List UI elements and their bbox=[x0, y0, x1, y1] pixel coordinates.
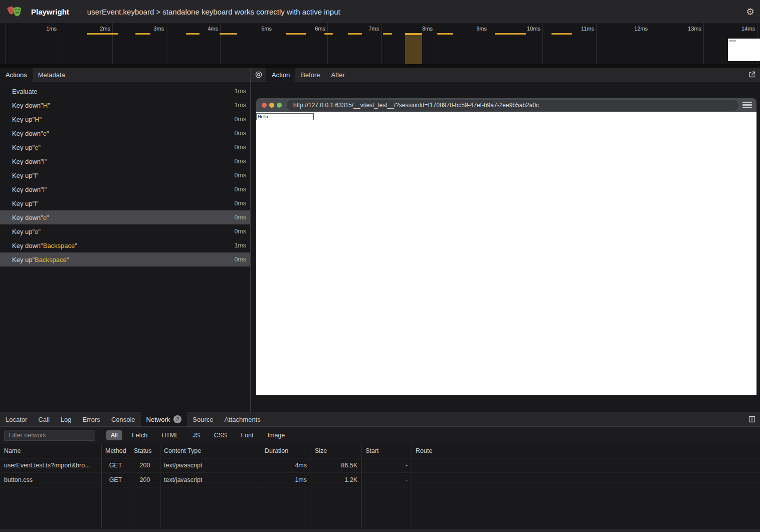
action-duration: 0ms bbox=[234, 200, 246, 207]
tab-after[interactable]: After bbox=[325, 68, 350, 82]
timeline-gridline bbox=[542, 23, 543, 64]
bottom-tab[interactable]: Locator bbox=[0, 412, 33, 426]
timeline-gridline bbox=[435, 23, 435, 64]
action-row[interactable]: Key down "l" 0ms bbox=[0, 182, 250, 196]
bottom-tab[interactable]: Network 2 bbox=[141, 412, 187, 426]
column-header: Content Type bbox=[160, 447, 261, 454]
timeline-action-mark[interactable] bbox=[286, 33, 306, 35]
action-row[interactable]: Key down "Backspace" 1ms bbox=[0, 238, 250, 252]
action-title: Key down bbox=[12, 186, 41, 193]
column-header: Start bbox=[361, 447, 412, 454]
settings-gear-icon[interactable]: ⚙ bbox=[746, 7, 754, 17]
bottom-tab[interactable]: Console bbox=[106, 412, 141, 426]
timeline-action-mark[interactable] bbox=[135, 33, 150, 35]
column-header: Method bbox=[101, 447, 130, 454]
tab-count-badge: 2 bbox=[173, 415, 181, 423]
bottom-tab-label: Errors bbox=[82, 416, 100, 423]
timeline-action-mark[interactable] bbox=[186, 33, 200, 35]
timeline-action-mark[interactable] bbox=[495, 33, 526, 35]
timeline-gridline bbox=[166, 23, 166, 64]
action-duration: 1ms bbox=[234, 242, 246, 249]
resource-filter-chip[interactable]: Font bbox=[237, 430, 258, 440]
action-title: Key down bbox=[12, 102, 41, 109]
bottom-tab-label: Console bbox=[111, 416, 135, 423]
action-key-value: Backspace bbox=[43, 242, 75, 249]
resource-type-filters: All Fetch HTML JS CSS Font Image bbox=[106, 430, 294, 440]
tab-metadata[interactable]: Metadata bbox=[33, 68, 71, 82]
action-title: Key down bbox=[12, 214, 41, 221]
quote: " bbox=[45, 186, 47, 193]
action-title: Key down bbox=[12, 130, 41, 137]
timeline-action-mark[interactable] bbox=[437, 33, 453, 35]
resource-filter-chip[interactable]: HTML bbox=[157, 430, 183, 440]
resource-filter-chip[interactable]: CSS bbox=[210, 430, 232, 440]
action-row[interactable]: Evaluate 1ms bbox=[0, 84, 250, 98]
timeline-gridline bbox=[274, 23, 274, 64]
action-duration: 0ms bbox=[234, 256, 246, 263]
action-row[interactable]: Key up "l" 0ms bbox=[0, 196, 250, 210]
action-row[interactable]: Key up "l" 0ms bbox=[0, 168, 250, 182]
actions-panel: Actions Metadata Evaluate 1ms Key down "… bbox=[0, 68, 251, 412]
action-title: Key up bbox=[12, 256, 32, 263]
bottom-tab-label: Attachments bbox=[224, 416, 260, 423]
action-row[interactable]: Key up "e" 0ms bbox=[0, 140, 250, 154]
bottom-tab[interactable]: Log bbox=[55, 412, 77, 426]
bottom-tab-label: Log bbox=[61, 416, 72, 423]
timeline-action-mark[interactable] bbox=[383, 33, 392, 35]
action-title: Key down bbox=[12, 242, 41, 249]
action-row[interactable]: Key down "H" 1ms bbox=[0, 98, 250, 112]
snapshot-page bbox=[256, 112, 756, 395]
tab-action[interactable]: Action bbox=[266, 68, 295, 82]
action-key-value: Backspace bbox=[35, 256, 67, 263]
tab-before[interactable]: Before bbox=[295, 68, 325, 82]
pick-locator-target-icon[interactable] bbox=[251, 68, 266, 82]
action-row[interactable]: Key down "e" 0ms bbox=[0, 126, 250, 140]
timeline-action-mark[interactable] bbox=[348, 33, 362, 35]
timeline-sash[interactable] bbox=[0, 64, 760, 68]
action-row[interactable]: Key up "o" 0ms bbox=[0, 224, 250, 238]
snapshot-text-input[interactable] bbox=[256, 113, 314, 120]
bottom-tab-label: Network bbox=[146, 416, 170, 423]
timeline-filmstrip-thumbnail[interactable] bbox=[728, 39, 760, 61]
action-duration: 0ms bbox=[234, 214, 246, 221]
tab-actions-label: Actions bbox=[6, 71, 27, 79]
resource-filter-chip[interactable]: Fetch bbox=[127, 430, 152, 440]
filter-network-input[interactable] bbox=[4, 430, 95, 441]
request-method: GET bbox=[101, 462, 130, 469]
timeline-selected-range[interactable] bbox=[405, 33, 422, 64]
timeline-tick-label: 2ms bbox=[88, 26, 110, 32]
timeline-action-mark[interactable] bbox=[87, 33, 118, 35]
timeline-gridline bbox=[5, 23, 6, 64]
resource-filter-chip[interactable]: All bbox=[106, 430, 122, 440]
timeline-gridline bbox=[112, 23, 113, 64]
browser-toolbar: http://127.0.0.1:63315/__vitest_test__/?… bbox=[256, 98, 756, 112]
resource-filter-chip[interactable]: Image bbox=[263, 430, 290, 440]
bottom-tab[interactable]: Source bbox=[187, 412, 219, 426]
playwright-trace-viewer: Playwright userEvent.keyboard > standalo… bbox=[0, 0, 760, 532]
action-duration: 1ms bbox=[234, 88, 246, 95]
bottom-tab[interactable]: Attachments bbox=[219, 412, 266, 426]
timeline-tick-label: 1ms bbox=[35, 26, 57, 32]
resource-filter-chip[interactable]: JS bbox=[188, 430, 205, 440]
action-row[interactable]: Key up "H" 0ms bbox=[0, 112, 250, 126]
action-row[interactable]: Key down "l" 0ms bbox=[0, 154, 250, 168]
bottom-tab[interactable]: Call bbox=[33, 412, 55, 426]
bottom-tab[interactable]: Errors bbox=[77, 412, 105, 426]
request-start: - bbox=[361, 462, 412, 469]
network-row[interactable]: userEvent.test.ts?import&bro... GET 200 … bbox=[0, 458, 760, 473]
action-row[interactable]: Key up "Backspace" 0ms bbox=[0, 252, 250, 267]
timeline-action-mark[interactable] bbox=[220, 33, 237, 35]
request-duration: 1ms bbox=[261, 476, 311, 483]
horizontal-scrollbar-track[interactable] bbox=[0, 529, 760, 532]
network-row[interactable]: button.css GET 200 text/javascript 1ms 1… bbox=[0, 473, 760, 487]
column-header: Duration bbox=[261, 447, 311, 454]
tab-actions[interactable]: Actions bbox=[0, 68, 33, 82]
actions-tabbar: Actions Metadata bbox=[0, 68, 250, 82]
timeline[interactable]: 1ms2ms3ms4ms5ms6ms7ms8ms9ms10ms11ms12ms1… bbox=[0, 23, 760, 64]
split-view-icon[interactable] bbox=[748, 415, 756, 423]
timeline-action-mark[interactable] bbox=[551, 33, 572, 35]
timeline-action-mark[interactable] bbox=[324, 33, 333, 35]
open-external-link-icon[interactable] bbox=[748, 71, 756, 79]
action-row[interactable]: Key down "o" 0ms bbox=[0, 210, 250, 224]
timeline-tick-label: 14ms bbox=[733, 26, 755, 32]
